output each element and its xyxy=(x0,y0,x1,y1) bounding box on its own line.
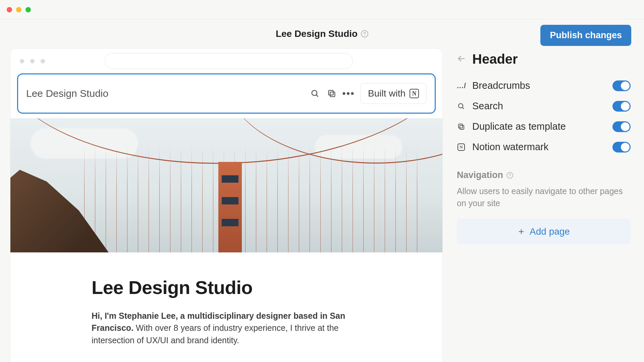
help-icon[interactable]: ? xyxy=(361,30,368,38)
site-title: Lee Design Studio xyxy=(276,28,358,39)
duplicate-icon[interactable] xyxy=(327,88,337,99)
window-zoom-dot[interactable] xyxy=(25,7,31,12)
navigation-heading-text: Navigation xyxy=(457,170,503,180)
preview-page-body: Lee Design Studio Hi, I'm Stephanie Lee,… xyxy=(10,252,442,362)
help-icon[interactable]: ? xyxy=(506,172,513,179)
notion-logo-icon: N xyxy=(410,89,419,98)
option-label: Search xyxy=(472,101,606,112)
search-icon[interactable] xyxy=(310,88,320,99)
duplicate-icon xyxy=(457,122,466,131)
svg-point-0 xyxy=(312,90,317,96)
page-intro: Hi, I'm Stephanie Lee, a multidisciplina… xyxy=(92,310,361,346)
back-arrow-icon[interactable] xyxy=(457,54,466,65)
built-with-badge[interactable]: Built with N xyxy=(360,83,427,104)
option-search: Search xyxy=(457,101,631,112)
editor-toolbar: Lee Design Studio ? Publish changes xyxy=(0,19,644,48)
add-page-button[interactable]: Add page xyxy=(457,219,631,244)
site-preview-card: Lee Design Studio ••• Built with N Lee xyxy=(10,48,443,362)
svg-rect-7 xyxy=(460,125,464,129)
preview-dot xyxy=(30,59,35,63)
add-page-label: Add page xyxy=(530,226,570,237)
preview-dot xyxy=(41,59,45,63)
svg-rect-8 xyxy=(459,124,463,128)
svg-line-1 xyxy=(316,95,318,97)
svg-rect-2 xyxy=(330,92,335,97)
toggle-duplicate-template[interactable] xyxy=(612,121,631,132)
more-icon[interactable]: ••• xyxy=(343,88,354,99)
svg-line-6 xyxy=(462,107,464,109)
option-notion-watermark: N Notion watermark xyxy=(457,141,631,153)
preview-dot xyxy=(20,59,24,63)
hero-cover-image xyxy=(10,118,442,252)
option-label: Duplicate as template xyxy=(472,121,606,132)
toggle-search[interactable] xyxy=(612,101,631,112)
svg-point-5 xyxy=(459,104,463,108)
breadcrumb-icon: …/ xyxy=(457,81,466,90)
option-label: Notion watermark xyxy=(472,141,606,153)
svg-rect-3 xyxy=(329,90,333,95)
navigation-description: Allow users to easily navigate to other … xyxy=(457,185,631,209)
mac-window-titlebar xyxy=(0,0,644,19)
search-icon xyxy=(457,102,466,111)
option-label: Breadcrumbs xyxy=(472,80,606,91)
navigation-section-heading: Navigation ? xyxy=(457,170,631,180)
built-with-label: Built with xyxy=(368,88,406,99)
breadcrumb-text[interactable]: Lee Design Studio xyxy=(26,88,303,99)
window-minimize-dot[interactable] xyxy=(16,7,21,12)
plus-icon xyxy=(518,228,525,235)
window-close-dot[interactable] xyxy=(7,7,12,12)
site-header-selected[interactable]: Lee Design Studio ••• Built with N xyxy=(17,73,436,114)
option-breadcrumbs: …/ Breadcrumbs xyxy=(457,80,631,91)
settings-sidebar: Header …/ Breadcrumbs Search Duplicate a… xyxy=(457,48,644,362)
sidebar-title: Header xyxy=(472,52,518,67)
toggle-notion-watermark[interactable] xyxy=(612,142,631,153)
page-title: Lee Design Studio xyxy=(92,277,361,298)
publish-changes-button[interactable]: Publish changes xyxy=(540,25,631,46)
option-duplicate-template: Duplicate as template xyxy=(457,121,631,132)
preview-browser-chrome xyxy=(10,49,442,73)
preview-address-bar[interactable] xyxy=(105,53,353,69)
notion-logo-icon: N xyxy=(457,143,466,152)
toggle-breadcrumbs[interactable] xyxy=(612,80,631,91)
toolbar-title-group: Lee Design Studio ? xyxy=(276,28,368,39)
